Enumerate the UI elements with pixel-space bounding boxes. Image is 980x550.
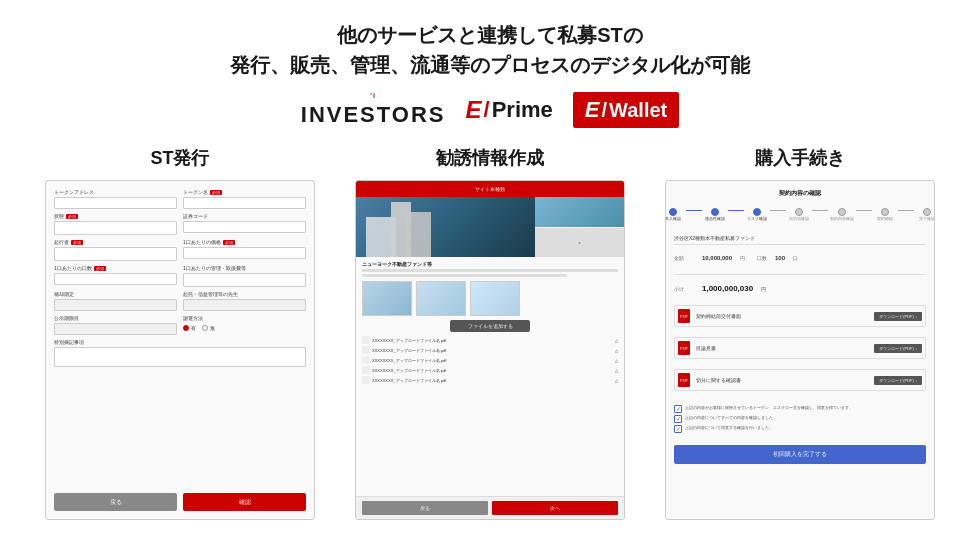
wallet-slash: / <box>602 99 608 122</box>
checkbox-label-2: 上記の内容についてすべての内容を確認しました。 <box>685 415 777 420</box>
label-unit-price: 1口あたりの価格 必須 <box>183 239 306 245</box>
investors-name: INVESTORS <box>301 102 446 128</box>
step-dot-1 <box>669 208 677 216</box>
total-label: 小计 <box>674 286 694 292</box>
promo-side-images: ● <box>535 197 624 257</box>
select-lot-mgmt[interactable] <box>183 273 306 287</box>
label-lot-count: 1口あたりの口数 必須 <box>54 265 177 271</box>
checkbox-row-1: ✓ 上記の内容がお客様に保持させているトークン、エスクロー文を確認し、同意を得て… <box>674 405 926 413</box>
file-action-5[interactable]: △ <box>598 378 618 383</box>
checkbox-3[interactable]: ✓ <box>674 425 682 433</box>
amount-row: 金額 10,000,000 円 口数 100 口 <box>674 255 926 261</box>
label-code: 証券コード <box>183 213 306 219</box>
doc-row-3: PDF 切分に関する確認書 ダウンロード(PDF) ↓ <box>674 369 926 391</box>
col2-title: 勧誘情報作成 <box>436 146 544 170</box>
purchase-title: 契約内容の確認 <box>674 189 926 198</box>
building3 <box>406 212 431 257</box>
radio-yes-circle[interactable] <box>183 325 189 331</box>
checkbox-label-3: 上記の内容について同意する確認を行いました。 <box>685 425 773 430</box>
table-row-3: XXXXXXXX_アップロードファイル名.pdf △ <box>362 356 618 364</box>
checkbox-1[interactable]: ✓ <box>674 405 682 413</box>
headline-line1: 他のサービスと連携して私募STの <box>337 24 643 46</box>
file-name-1: XXXXXXXX_アップロードファイル名.pdf <box>372 338 596 343</box>
select-issuer[interactable] <box>54 247 177 261</box>
total-value: 1,000,000,030 <box>702 284 753 293</box>
label-issuer: 起行者 必須 <box>54 239 177 245</box>
input-trust[interactable] <box>183 299 306 311</box>
confirm-purchase-button[interactable]: 初回購入を完了する <box>674 445 926 464</box>
radio-no[interactable]: 無 <box>202 325 215 331</box>
download-btn-3[interactable]: ダウンロード(PDF) ↓ <box>874 376 922 385</box>
download-btn-2[interactable]: ダウンロード(PDF) ↓ <box>874 344 922 353</box>
promo-sub-images-row <box>362 281 618 316</box>
input-unit-price[interactable] <box>183 247 306 259</box>
input-maturity[interactable] <box>54 299 177 311</box>
input-token-name[interactable] <box>183 197 306 209</box>
upload-button[interactable]: ファイルを追加する <box>450 320 530 332</box>
form-field-status: 状態 必須 <box>54 213 177 235</box>
file-icon-5 <box>362 376 370 384</box>
promo-next-button[interactable]: 次へ <box>492 501 618 515</box>
file-icon-3 <box>362 356 370 364</box>
input-public[interactable] <box>54 323 177 335</box>
step-dot-2 <box>711 208 719 216</box>
promo-desc-line1 <box>362 269 618 272</box>
select-status[interactable] <box>54 221 177 235</box>
amount-divider <box>674 274 926 275</box>
step-6: 契約締結 <box>872 208 898 221</box>
doc-name-2: 目論見書 <box>696 345 868 351</box>
radio-no-circle[interactable] <box>202 325 208 331</box>
promo-screenshot: サイト本種類 ● ニューヨーク不動産ファンド等 <box>355 180 625 520</box>
label-lot-mgmt: 1口あたりの管理・取扱費等 <box>183 265 306 271</box>
eprime-logo: E / Prime <box>466 96 553 124</box>
promo-file-table: XXXXXXXX_アップロードファイル名.pdf △ XXXXXXXX_アップロ… <box>362 336 618 384</box>
step-3: リスク確認 <box>744 208 770 221</box>
badge-required3: 必須 <box>71 240 83 245</box>
file-action-4[interactable]: △ <box>598 368 618 373</box>
input-lot-count[interactable] <box>54 273 177 285</box>
textarea-special-notes[interactable] <box>54 347 306 367</box>
badge-required: 必須 <box>210 190 222 195</box>
step-1: 本人確認 <box>665 208 686 221</box>
promo-back-button[interactable]: 戻る <box>362 501 488 515</box>
fund-name: 渋谷区X2種類本不動産私募ファンド <box>674 235 926 245</box>
step-dot-4 <box>795 208 803 216</box>
file-name-4: XXXXXXXX_アップロードファイル名.pdf <box>372 368 596 373</box>
form-field-special-notes: 特別摘記事項 <box>54 339 306 485</box>
checkbox-label-1: 上記の内容がお客様に保持させているトークン、エスクロー文を確認し、同意を得ていま… <box>685 405 853 410</box>
file-action-2[interactable]: △ <box>598 348 618 353</box>
checkbox-section: ✓ 上記の内容がお客様に保持させているトークン、エスクロー文を確認し、同意を得て… <box>674 405 926 435</box>
submit-button[interactable]: 確認 <box>183 493 306 511</box>
label-token-address: トークンアドレス <box>54 189 177 195</box>
steps-row: 本人確認 適合性確認 リスク確認 <box>665 208 935 221</box>
form-field-lot-count: 1口あたりの口数 必須 <box>54 265 177 287</box>
check-icon-3: ✓ <box>676 426 681 432</box>
label-public: 公示期限目 <box>54 315 177 321</box>
file-name-5: XXXXXXXX_アップロードファイル名.pdf <box>372 378 596 383</box>
total-row: 小计 1,000,000,030 円 <box>674 284 926 293</box>
cancel-button[interactable]: 戻る <box>54 493 177 511</box>
logo-area: 'i INVESTORS E / Prime E / Wallet <box>301 92 679 128</box>
file-name-3: XXXXXXXX_アップロードファイル名.pdf <box>372 358 596 363</box>
step-line-1 <box>686 210 702 211</box>
step-5: 契約内容確認 <box>828 208 856 221</box>
download-btn-1[interactable]: ダウンロード(PDF) ↓ <box>874 312 922 321</box>
step-dot-5 <box>838 208 846 216</box>
badge-required4: 必須 <box>223 240 235 245</box>
file-action-1[interactable]: △ <box>598 338 618 343</box>
check-icon-2: ✓ <box>676 416 681 422</box>
form-field-token-address: トークンアドレス <box>54 189 177 209</box>
radio-yes[interactable]: 有 <box>183 325 196 331</box>
file-action-3[interactable]: △ <box>598 358 618 363</box>
form-field-public: 公示期限目 <box>54 315 177 335</box>
form-row-1: トークンアドレス トークン名 必須 <box>54 189 306 209</box>
input-token-address[interactable] <box>54 197 177 209</box>
amount-unit: 円 <box>740 255 745 261</box>
step-2: 適合性確認 <box>702 208 728 221</box>
form-buttons: 戻る 確認 <box>54 493 306 511</box>
doc-name-1: 契約締結前交付書面 <box>696 313 868 319</box>
form-field-lottery: 謝選方法 有 無 <box>183 315 306 335</box>
input-code[interactable] <box>183 221 306 233</box>
checkbox-2[interactable]: ✓ <box>674 415 682 423</box>
form-field-issuer: 起行者 必須 <box>54 239 177 261</box>
